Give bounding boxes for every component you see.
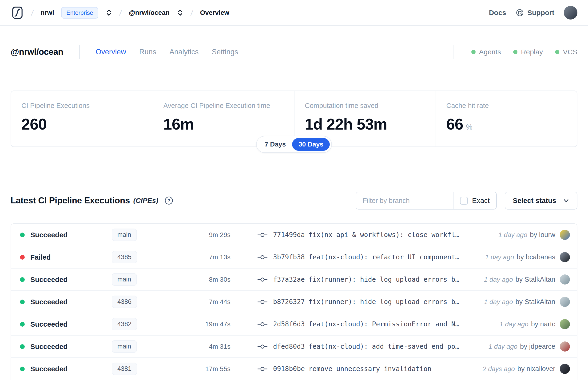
exact-match-toggle[interactable]: Exact [454, 192, 496, 209]
commit-cell: 3b79fb38 feat(nx-cloud): refactor UI com… [258, 253, 485, 261]
git-commit-icon [258, 343, 267, 350]
duration-cell: 4m 31s [175, 343, 230, 350]
commit-hash: b8726327 [273, 298, 305, 306]
row-meta: 1 day ago by bcabanes [485, 252, 570, 262]
user-avatar[interactable] [564, 6, 577, 19]
exact-label[interactable]: Exact [472, 197, 490, 205]
commit-message: remove unnecessary invalidation [309, 365, 432, 373]
docs-link[interactable]: Docs [489, 9, 506, 17]
branch-cell: main [112, 273, 175, 286]
avatar [560, 319, 570, 329]
time-ago: 2 days ago [483, 365, 515, 373]
range-30-days[interactable]: 30 Days [292, 138, 330, 151]
status-dot-icon [555, 50, 559, 54]
commit-cell: f37a32ae fix(runner): hide log upload er… [258, 276, 484, 283]
git-commit-icon [258, 254, 267, 261]
support-link[interactable]: Support [515, 8, 554, 17]
commit-text: 2d58f6d3 feat(nx-cloud): PermissionError… [273, 320, 459, 328]
time-ago: 1 day ago [485, 253, 514, 261]
status-select-label: Select status [513, 197, 556, 205]
cipe-row[interactable]: Failed 4385 7m 13s 3b79fb38 feat(nx-clou… [11, 246, 577, 268]
row-meta: 2 days ago by nixallover [483, 364, 570, 374]
git-commit-icon [258, 366, 267, 372]
status-cell: Succeeded [20, 320, 112, 328]
status-dot-icon [471, 50, 475, 54]
service-label: VCS [563, 48, 577, 56]
status-select-dropdown[interactable]: Select status [505, 192, 577, 209]
branch-badge: main [112, 228, 137, 241]
stat-label: Average CI Pipeline Execution time [163, 102, 284, 110]
commit-message: feat(nx-cloud): refactor UI component… [309, 253, 459, 261]
duration-cell: 7m 13s [175, 253, 230, 261]
page-title: @nrwl/ocean [11, 47, 63, 57]
cipe-row[interactable]: Succeeded main 9m 29s 771499da fix(nx-ap… [11, 224, 577, 246]
commit-text: f37a32ae fix(runner): hide log upload er… [273, 276, 459, 283]
branch-badge: 4386 [112, 296, 137, 308]
service-vcs[interactable]: VCS [555, 48, 577, 56]
status-dot-icon [20, 277, 25, 282]
commit-hash: 3b79fb38 [273, 253, 305, 261]
row-meta: 1 day ago by lourw [498, 230, 570, 240]
breadcrumb-workspace[interactable]: @nrwl/ocean [129, 9, 170, 17]
commit-hash: f37a32ae [273, 276, 305, 283]
status-dot-icon [20, 344, 25, 349]
cipe-row[interactable]: Succeeded main 4m 31s dfed80d3 feat(nx-c… [11, 336, 577, 358]
exact-checkbox[interactable] [460, 197, 468, 205]
stat-value: 260 [21, 115, 47, 133]
git-commit-icon [258, 299, 267, 305]
commit-hash: 771499da [273, 231, 305, 239]
breadcrumb-org[interactable]: nrwl [40, 9, 54, 17]
stat-ci-pipeline-executions: CI Pipeline Executions 260 [11, 91, 153, 147]
commit-cell: b8726327 fix(runner): hide log upload er… [258, 298, 484, 306]
stat-suffix: % [466, 123, 472, 132]
duration-cell: 19m 47s [175, 321, 230, 328]
branch-filter-input[interactable] [356, 192, 453, 209]
cipe-row[interactable]: Succeeded 4386 7m 44s b8726327 fix(runne… [11, 291, 577, 313]
status-dot-icon [20, 322, 25, 327]
row-meta: 1 day ago by jdpearce [489, 342, 570, 352]
workspace-switcher-chevron-icon[interactable] [177, 8, 184, 17]
status-dot-icon [20, 232, 25, 237]
commit-text: 3b79fb38 feat(nx-cloud): refactor UI com… [273, 253, 459, 261]
help-icon[interactable]: ? [164, 196, 173, 205]
range-7-days[interactable]: 7 Days [258, 138, 292, 151]
status-cell: Succeeded [20, 365, 112, 373]
commit-message: fix(runner): hide log upload errors b… [309, 276, 459, 283]
tab-settings[interactable]: Settings [212, 48, 238, 56]
branch-badge: 4381 [112, 362, 137, 375]
branch-cell: 4382 [112, 318, 175, 330]
branch-filter-group: Exact [356, 192, 497, 209]
service-label: Agents [479, 48, 501, 56]
branch-cell: 4386 [112, 296, 175, 308]
author-label: by nixallover [517, 365, 555, 373]
commit-text: dfed80d3 feat(nx-cloud): add time-saved … [273, 342, 459, 350]
branch-badge: 4385 [112, 251, 137, 263]
author-label: by StalkAltan [515, 298, 555, 306]
duration-cell: 17m 55s [175, 365, 230, 373]
time-ago: 1 day ago [500, 321, 529, 328]
org-switcher-chevron-icon[interactable] [105, 8, 113, 17]
nx-cloud-logo-icon[interactable] [11, 6, 24, 19]
commit-cell: 0918b0be remove unnecessary invalidation [258, 365, 483, 373]
cipe-row[interactable]: Succeeded 4381 17m 55s 0918b0be remove u… [11, 358, 577, 380]
status-label: Succeeded [30, 276, 68, 284]
filter-controls: Exact Select status [356, 192, 577, 209]
git-commit-icon [258, 321, 267, 327]
status-label: Succeeded [30, 365, 68, 373]
breadcrumb-page: Overview [200, 9, 229, 17]
service-agents[interactable]: Agents [471, 48, 501, 56]
commit-cell: 2d58f6d3 feat(nx-cloud): PermissionError… [258, 320, 500, 328]
status-cell: Succeeded [20, 231, 112, 239]
tab-analytics[interactable]: Analytics [169, 48, 199, 56]
tab-runs[interactable]: Runs [139, 48, 156, 56]
workspace-tabs: Overview Runs Analytics Settings [96, 48, 238, 56]
status-label: Succeeded [30, 231, 68, 239]
cipe-row[interactable]: Succeeded main 8m 30s f37a32ae fix(runne… [11, 268, 577, 291]
service-replay[interactable]: Replay [513, 48, 543, 56]
tab-overview[interactable]: Overview [96, 48, 126, 56]
cipe-row[interactable]: Succeeded 4382 19m 47s 2d58f6d3 feat(nx-… [11, 313, 577, 336]
svg-text:?: ? [168, 198, 170, 203]
author-label: by nartc [531, 320, 555, 328]
status-dot-icon [513, 50, 517, 54]
stat-value: 16m [163, 115, 194, 133]
